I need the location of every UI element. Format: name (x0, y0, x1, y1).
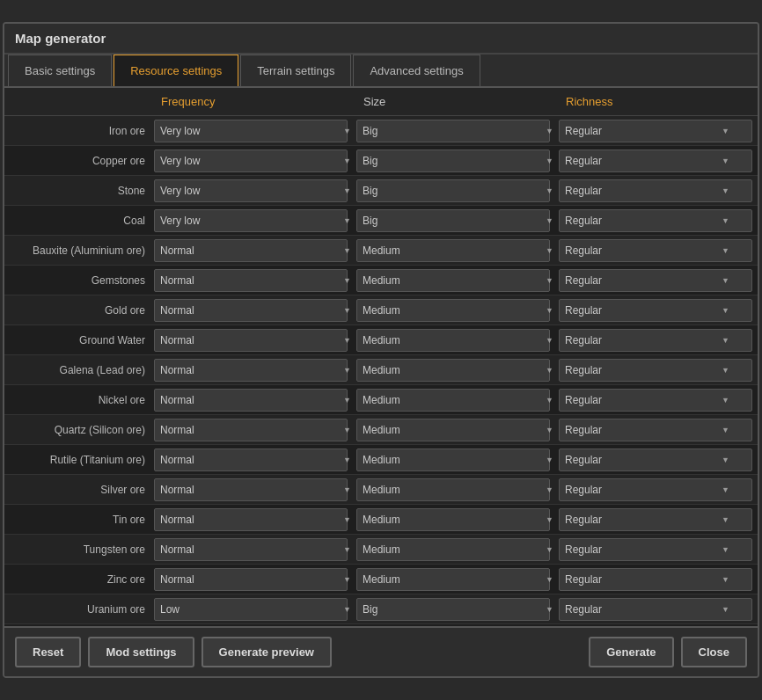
frequency-select-wrapper: Very lowLowNormalHighVery high (154, 149, 356, 172)
frequency-select[interactable]: Very lowLowNormalHighVery high (154, 299, 348, 322)
frequency-select-wrapper: Very lowLowNormalHighVery high (154, 329, 356, 352)
richness-select[interactable]: Very poorPoorRegularRichVery rich (559, 419, 752, 441)
frequency-select-wrapper: Very lowLowNormalHighVery high (154, 359, 356, 382)
richness-select[interactable]: Very poorPoorRegularRichVery rich (559, 299, 752, 322)
size-select[interactable]: Very smallSmallMediumBigVery big (356, 329, 550, 352)
size-select[interactable]: Very smallSmallMediumBigVery big (356, 478, 550, 501)
richness-select[interactable]: Very poorPoorRegularRichVery rich (559, 568, 752, 591)
frequency-select[interactable]: Very lowLowNormalHighVery high (154, 359, 348, 382)
richness-select-wrapper: Very poorPoorRegularRichVery rich (559, 478, 735, 501)
generate-preview-button[interactable]: Generate preview (201, 637, 332, 667)
size-select[interactable]: Very smallSmallMediumBigVery big (356, 538, 550, 561)
frequency-select-wrapper: Very lowLowNormalHighVery high (154, 568, 356, 591)
footer-left: Reset Mod settings Generate preview (15, 637, 332, 667)
resource-name: Ground Water (4, 334, 154, 346)
table-row: Tin oreVery lowLowNormalHighVery highVer… (4, 505, 758, 535)
richness-select[interactable]: Very poorPoorRegularRichVery rich (559, 478, 752, 501)
frequency-select-wrapper: Very lowLowNormalHighVery high (154, 598, 356, 621)
frequency-select[interactable]: Very lowLowNormalHighVery high (154, 120, 348, 142)
richness-select-wrapper: Very poorPoorRegularRichVery rich (559, 209, 735, 232)
richness-select[interactable]: Very poorPoorRegularRichVery rich (559, 598, 752, 621)
resource-name: Quartz (Silicon ore) (4, 424, 154, 436)
size-select[interactable]: Very smallSmallMediumBigVery big (356, 598, 550, 621)
richness-select-wrapper: Very poorPoorRegularRichVery rich (559, 419, 735, 441)
richness-select[interactable]: Very poorPoorRegularRichVery rich (559, 209, 752, 232)
frequency-select[interactable]: Very lowLowNormalHighVery high (154, 538, 348, 561)
richness-select[interactable]: Very poorPoorRegularRichVery rich (559, 239, 752, 262)
richness-select-wrapper: Very poorPoorRegularRichVery rich (559, 538, 735, 561)
tab-resource-settings[interactable]: Resource settings (114, 55, 238, 86)
frequency-select[interactable]: Very lowLowNormalHighVery high (154, 598, 348, 621)
frequency-select-wrapper: Very lowLowNormalHighVery high (154, 389, 356, 412)
frequency-select[interactable]: Very lowLowNormalHighVery high (154, 269, 348, 292)
close-button[interactable]: Close (681, 637, 747, 667)
footer-right: Generate Close (589, 637, 747, 667)
resource-name: Nickel ore (4, 394, 154, 406)
richness-select[interactable]: Very poorPoorRegularRichVery rich (559, 149, 752, 172)
richness-select[interactable]: Very poorPoorRegularRichVery rich (559, 120, 752, 142)
frequency-select[interactable]: Very lowLowNormalHighVery high (154, 508, 348, 531)
richness-select[interactable]: Very poorPoorRegularRichVery rich (559, 508, 752, 531)
size-select[interactable]: Very smallSmallMediumBigVery big (356, 359, 550, 382)
richness-select[interactable]: Very poorPoorRegularRichVery rich (559, 359, 752, 382)
frequency-select[interactable]: Very lowLowNormalHighVery high (154, 329, 348, 352)
generate-button[interactable]: Generate (589, 637, 673, 667)
table-row: CoalVery lowLowNormalHighVery highVery s… (4, 206, 758, 236)
resource-name: Gemstones (4, 274, 154, 287)
size-select[interactable]: Very smallSmallMediumBigVery big (356, 239, 550, 262)
tab-basic-settings[interactable]: Basic settings (8, 55, 112, 86)
resource-name: Galena (Lead ore) (4, 364, 154, 376)
size-select[interactable]: Very smallSmallMediumBigVery big (356, 179, 550, 202)
size-select[interactable]: Very smallSmallMediumBigVery big (356, 389, 550, 412)
table-row: Rutile (Titanium ore)Very lowLowNormalHi… (4, 445, 758, 475)
resource-name: Stone (4, 185, 154, 197)
size-select[interactable]: Very smallSmallMediumBigVery big (356, 448, 550, 471)
size-select[interactable]: Very smallSmallMediumBigVery big (356, 299, 550, 322)
size-select-wrapper: Very smallSmallMediumBigVery big (356, 209, 559, 232)
resource-name: Bauxite (Aluminium ore) (4, 244, 154, 257)
frequency-select-wrapper: Very lowLowNormalHighVery high (154, 508, 356, 531)
resource-name: Zinc ore (4, 573, 154, 586)
map-generator-window: Map generator Basic settingsResource set… (3, 22, 759, 678)
tab-terrain-settings[interactable]: Terrain settings (240, 55, 351, 86)
richness-select[interactable]: Very poorPoorRegularRichVery rich (559, 329, 752, 352)
size-select[interactable]: Very smallSmallMediumBigVery big (356, 209, 550, 232)
size-select[interactable]: Very smallSmallMediumBigVery big (356, 419, 550, 441)
frequency-select[interactable]: Very lowLowNormalHighVery high (154, 419, 348, 441)
size-select-wrapper: Very smallSmallMediumBigVery big (356, 448, 559, 471)
tab-advanced-settings[interactable]: Advanced settings (353, 55, 480, 86)
frequency-select[interactable]: Very lowLowNormalHighVery high (154, 389, 348, 412)
richness-select-wrapper: Very poorPoorRegularRichVery rich (559, 149, 735, 172)
frequency-select-wrapper: Very lowLowNormalHighVery high (154, 120, 356, 142)
richness-select[interactable]: Very poorPoorRegularRichVery rich (559, 269, 752, 292)
richness-select[interactable]: Very poorPoorRegularRichVery rich (559, 389, 752, 412)
size-select[interactable]: Very smallSmallMediumBigVery big (356, 568, 550, 591)
richness-select-wrapper: Very poorPoorRegularRichVery rich (559, 389, 735, 412)
title-bar: Map generator (4, 24, 758, 55)
richness-select[interactable]: Very poorPoorRegularRichVery rich (559, 179, 752, 202)
mod-settings-button[interactable]: Mod settings (88, 637, 194, 667)
frequency-select[interactable]: Very lowLowNormalHighVery high (154, 179, 348, 202)
size-select-wrapper: Very smallSmallMediumBigVery big (356, 299, 559, 322)
frequency-select[interactable]: Very lowLowNormalHighVery high (154, 478, 348, 501)
table-row: StoneVery lowLowNormalHighVery highVery … (4, 176, 758, 206)
size-select[interactable]: Very smallSmallMediumBigVery big (356, 508, 550, 531)
table-row: Iron oreVery lowLowNormalHighVery highVe… (4, 116, 758, 146)
size-select[interactable]: Very smallSmallMediumBigVery big (356, 269, 550, 292)
richness-select[interactable]: Very poorPoorRegularRichVery rich (559, 538, 752, 561)
richness-select-wrapper: Very poorPoorRegularRichVery rich (559, 299, 735, 322)
richness-select[interactable]: Very poorPoorRegularRichVery rich (559, 448, 752, 471)
reset-button[interactable]: Reset (15, 637, 81, 667)
frequency-select[interactable]: Very lowLowNormalHighVery high (154, 149, 348, 172)
frequency-select[interactable]: Very lowLowNormalHighVery high (154, 568, 348, 591)
column-headers: Frequency Size Richness (4, 88, 758, 116)
frequency-select[interactable]: Very lowLowNormalHighVery high (154, 209, 348, 232)
frequency-select[interactable]: Very lowLowNormalHighVery high (154, 448, 348, 471)
table-row: Quartz (Silicon ore)Very lowLowNormalHig… (4, 415, 758, 445)
size-select[interactable]: Very smallSmallMediumBigVery big (356, 149, 550, 172)
richness-select-wrapper: Very poorPoorRegularRichVery rich (559, 239, 735, 262)
resource-table: Iron oreVery lowLowNormalHighVery highVe… (4, 116, 758, 626)
size-select[interactable]: Very smallSmallMediumBigVery big (356, 120, 550, 142)
size-select-wrapper: Very smallSmallMediumBigVery big (356, 329, 559, 352)
frequency-select[interactable]: Very lowLowNormalHighVery high (154, 239, 348, 262)
